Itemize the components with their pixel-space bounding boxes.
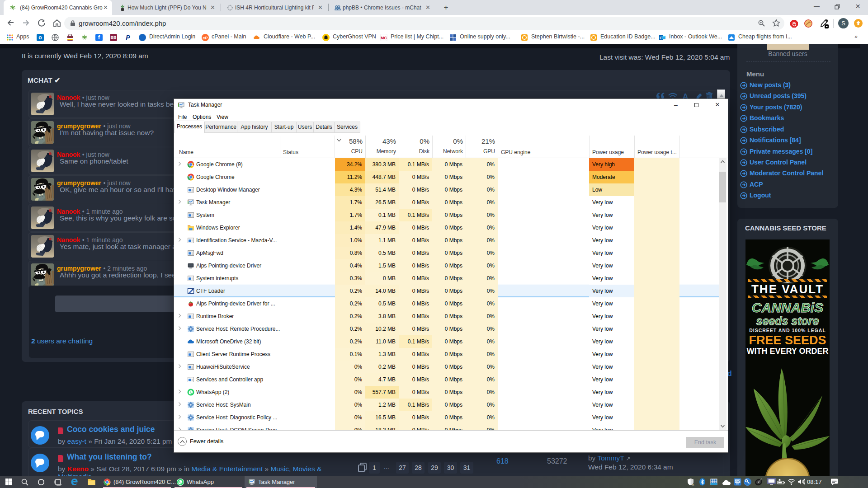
svg-text:cP: cP (203, 36, 208, 40)
svg-text:O: O (660, 36, 663, 40)
